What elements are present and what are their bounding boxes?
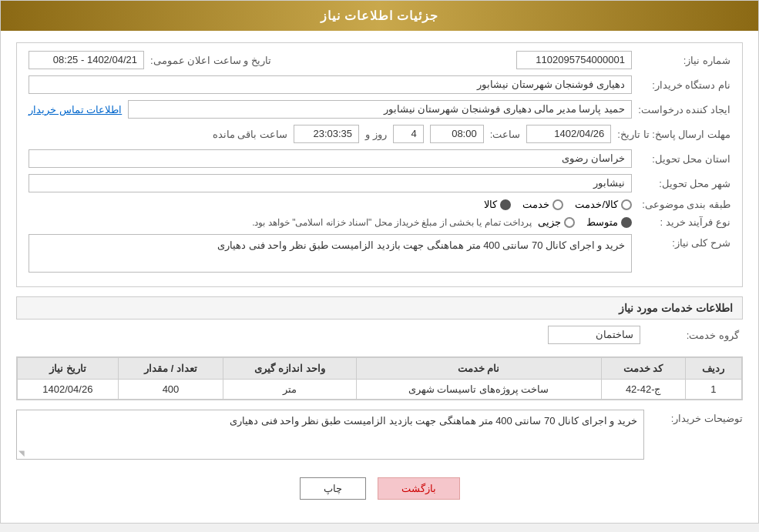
buyer-org-value: دهیاری فوشنجان شهرستان نیشابور [29, 75, 632, 94]
main-info-section: شماره نیاز: 1102095754000001 تاریخ و ساع… [16, 42, 743, 287]
table-header-row: ردیف کد خدمت نام خدمت واحد اندازه گیری ت… [18, 358, 742, 380]
purchase-type-motavasset[interactable]: متوسط [586, 216, 632, 228]
cell-quantity: 400 [118, 380, 223, 400]
category-option-kala-khedmat[interactable]: کالا/خدمت [575, 199, 632, 210]
col-quantity: تعداد / مقدار [118, 358, 223, 380]
action-bar: بازگشت چاپ [16, 466, 743, 511]
purchase-type-radio-group: متوسط جزیی [538, 216, 632, 228]
category-label: طبقه بندی موضوعی: [638, 199, 730, 210]
need-number-value: 1102095754000001 [516, 51, 632, 69]
general-desc-label: شرح کلی نیاز: [638, 234, 730, 249]
category-option-khedmat[interactable]: خدمت [522, 199, 563, 210]
deadline-time-label: ساعت: [490, 129, 521, 140]
creator-label: ایجاد کننده درخواست: [638, 104, 730, 115]
col-code: کد خدمت [601, 358, 685, 380]
content-area: شماره نیاز: 1102095754000001 تاریخ و ساع… [1, 31, 758, 523]
service-group-value: ساختمان [548, 326, 640, 344]
radio-khedmat [552, 199, 563, 210]
radio-kala [500, 199, 511, 210]
province-value: خراسان رضوی [29, 149, 632, 168]
row-need-number: شماره نیاز: 1102095754000001 تاریخ و ساع… [29, 51, 730, 69]
table-row: 1ج-42-42ساخت پروژه‌های تاسیسات شهریمتر40… [18, 380, 742, 400]
buyer-desc-label: توضیحات خریدار: [650, 410, 743, 424]
row-deadline: مهلت ارسال پاسخ: تا تاریخ: 1402/04/26 سا… [29, 125, 730, 143]
col-date: تاریخ نیاز [18, 358, 119, 380]
province-label: استان محل تحویل: [638, 153, 730, 165]
category-option-kala[interactable]: کالا [484, 199, 511, 210]
services-table-section: ردیف کد خدمت نام خدمت واحد اندازه گیری ت… [16, 356, 743, 400]
radio-kala-khedmat [621, 199, 632, 210]
announcement-label: تاریخ و ساعت اعلان عمومی: [150, 55, 271, 66]
row-purchase-type: نوع فرآیند خرید : متوسط جزیی پرداخت تمام… [29, 216, 730, 228]
deadline-days-label: روز و [365, 129, 387, 140]
purchase-note: پرداخت تمام یا بخشی از مبلغ خریداز محل "… [29, 217, 532, 228]
row-category: طبقه بندی موضوعی: کالا/خدمت خدمت کالا [29, 199, 730, 210]
row-buyer-desc: توضیحات خریدار: خرید و اجرای کانال 70 سا… [16, 410, 743, 460]
deadline-remaining-label: ساعت باقی مانده [213, 129, 287, 140]
row-creator: ایجاد کننده درخواست: حمید پارسا مدیر مال… [29, 100, 730, 119]
category-radio-group: کالا/خدمت خدمت کالا [484, 199, 632, 210]
deadline-label: مهلت ارسال پاسخ: تا تاریخ: [617, 129, 730, 140]
cell-name: ساخت پروژه‌های تاسیسات شهری [356, 380, 601, 400]
announcement-value: 1402/04/21 - 08:25 [29, 51, 144, 69]
page-title: جزئیات اطلاعات نیاز [321, 9, 439, 22]
cell-date: 1402/04/26 [18, 380, 119, 400]
deadline-remaining: 23:03:35 [294, 125, 359, 143]
cell-row: 1 [685, 380, 741, 400]
radio-label-motavasset: متوسط [586, 216, 618, 228]
buyer-org-label: نام دستگاه خریدار: [638, 79, 730, 91]
purchase-type-label: نوع فرآیند خرید : [638, 216, 730, 228]
col-unit: واحد اندازه گیری [223, 358, 356, 380]
print-button[interactable]: چاپ [300, 477, 366, 500]
general-desc-value: خرید و اجرای کانال 70 سانتی 400 متر هماه… [29, 234, 632, 273]
col-name: نام خدمت [356, 358, 601, 380]
row-buyer-org: نام دستگاه خریدار: دهیاری فوشنجان شهرستا… [29, 75, 730, 94]
buyer-desc-value: خرید و اجرای کانال 70 سانتی 400 متر هماه… [16, 410, 644, 460]
radio-label-kala: کالا [484, 199, 497, 210]
row-province: استان محل تحویل: خراسان رضوی [29, 149, 730, 168]
deadline-date: 1402/04/26 [526, 125, 611, 143]
page-header: جزئیات اطلاعات نیاز [1, 1, 758, 31]
row-service-group: گروه خدمت: ساختمان [16, 326, 743, 350]
services-section-header: اطلاعات خدمات مورد نیاز [16, 296, 743, 320]
contact-link[interactable]: اطلاعات تماس خریدار [29, 104, 122, 115]
deadline-time: 08:00 [430, 125, 484, 143]
cell-code: ج-42-42 [601, 380, 685, 400]
cell-unit: متر [223, 380, 356, 400]
services-table: ردیف کد خدمت نام خدمت واحد اندازه گیری ت… [17, 357, 742, 400]
service-group-label: گروه خدمت: [646, 330, 739, 341]
services-title: اطلاعات خدمات مورد نیاز [619, 302, 733, 314]
radio-label-kala-khedmat: کالا/خدمت [575, 199, 618, 210]
need-number-label: شماره نیاز: [638, 55, 730, 66]
back-button[interactable]: بازگشت [378, 477, 460, 500]
radio-label-khedmat: خدمت [522, 199, 549, 210]
city-label: شهر محل تحویل: [638, 178, 730, 189]
row-general-desc: شرح کلی نیاز: خرید و اجرای کانال 70 سانت… [29, 234, 730, 273]
radio-jozi [564, 217, 575, 228]
col-row-num: ردیف [685, 358, 741, 380]
purchase-type-jozi[interactable]: جزیی [538, 216, 575, 228]
city-value: نیشابور [29, 174, 632, 192]
creator-value: حمید پارسا مدیر مالی دهیاری فوشنجان شهرس… [128, 100, 632, 119]
row-city: شهر محل تحویل: نیشابور [29, 174, 730, 192]
page-wrapper: جزئیات اطلاعات نیاز شماره نیاز: 11020957… [0, 0, 759, 524]
radio-label-jozi: جزیی [538, 216, 561, 228]
deadline-days: 4 [393, 125, 424, 143]
radio-motavasset [621, 217, 632, 228]
